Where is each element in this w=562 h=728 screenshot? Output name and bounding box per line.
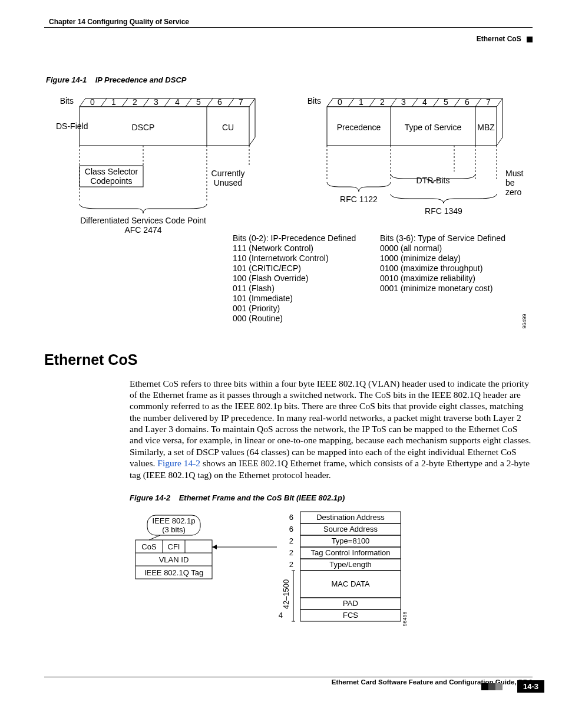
svg-text:7: 7 bbox=[486, 97, 491, 107]
svg-line-1 bbox=[101, 98, 107, 107]
svg-text:Class Selector: Class Selector bbox=[85, 167, 138, 176]
footer-square-icon bbox=[488, 683, 495, 690]
svg-line-39 bbox=[433, 98, 439, 107]
page-number: 14-3 bbox=[517, 680, 544, 693]
svg-text:96496: 96496 bbox=[402, 611, 408, 626]
svg-line-36 bbox=[369, 98, 375, 107]
svg-text:6: 6 bbox=[465, 97, 470, 107]
black-square-icon bbox=[527, 37, 533, 42]
svg-text:MBZ: MBZ bbox=[477, 123, 495, 132]
svg-line-6 bbox=[207, 98, 213, 107]
svg-text:MAC DATA: MAC DATA bbox=[331, 579, 370, 588]
svg-text:2: 2 bbox=[380, 97, 385, 107]
svg-text:DTR-Bits: DTR-Bits bbox=[416, 176, 450, 185]
svg-text:4: 4 bbox=[279, 611, 283, 620]
svg-text:Must: Must bbox=[505, 169, 523, 178]
svg-line-37 bbox=[391, 98, 396, 107]
svg-text:AFC 2474: AFC 2474 bbox=[124, 225, 161, 235]
svg-text:(3 bits): (3 bits) bbox=[162, 525, 186, 534]
footer-guide: Ethernet Card Software Feature and Confi… bbox=[44, 677, 533, 686]
figure1-number: Figure 14-1 bbox=[46, 75, 93, 84]
svg-text:zero: zero bbox=[505, 187, 521, 197]
svg-text:2: 2 bbox=[289, 560, 293, 569]
bits-row-left: 0 1 2 3 4 5 6 7 bbox=[80, 97, 255, 107]
svg-text:DS-Field: DS-Field bbox=[56, 121, 88, 131]
svg-text:6: 6 bbox=[289, 525, 293, 533]
svg-text:96499: 96499 bbox=[521, 314, 527, 328]
svg-text:Unused: Unused bbox=[214, 178, 242, 187]
svg-text:2: 2 bbox=[133, 97, 137, 107]
svg-text:DSCP: DSCP bbox=[132, 123, 155, 132]
svg-text:6: 6 bbox=[289, 513, 293, 522]
svg-text:Bits: Bits bbox=[60, 96, 74, 106]
svg-text:PAD: PAD bbox=[343, 599, 358, 608]
svg-text:0: 0 bbox=[90, 97, 95, 107]
svg-text:42–1500: 42–1500 bbox=[282, 579, 290, 610]
svg-text:Source Address: Source Address bbox=[323, 525, 378, 533]
svg-text:5: 5 bbox=[444, 97, 448, 107]
svg-text:IEEE 802.1Q Tag: IEEE 802.1Q Tag bbox=[144, 568, 203, 577]
figure-link[interactable]: Figure 14-2 bbox=[157, 458, 200, 468]
svg-text:1: 1 bbox=[111, 97, 116, 107]
svg-text:Tag Control Information: Tag Control Information bbox=[310, 548, 390, 557]
svg-text:2: 2 bbox=[289, 536, 293, 545]
svg-text:100 (Flash Override): 100 (Flash Override) bbox=[233, 274, 308, 283]
svg-text:110 (Internetwork Control): 110 (Internetwork Control) bbox=[233, 253, 329, 263]
svg-text:4: 4 bbox=[175, 97, 180, 107]
svg-text:CFI: CFI bbox=[168, 542, 180, 551]
svg-text:1: 1 bbox=[359, 97, 363, 107]
svg-text:0001 (minimize monetary cost): 0001 (minimize monetary cost) bbox=[380, 284, 492, 293]
svg-text:101 (CRITIC/ECP): 101 (CRITIC/ECP) bbox=[233, 263, 301, 273]
svg-text:001 (Priority): 001 (Priority) bbox=[233, 304, 280, 313]
svg-text:Destination Address: Destination Address bbox=[316, 513, 385, 522]
section-label-text: Ethernet CoS bbox=[477, 35, 521, 43]
figure1-diagram: Bits 0 1 2 3 4 5 6 7 bbox=[44, 89, 533, 331]
svg-text:IEEE 802.1p: IEEE 802.1p bbox=[153, 516, 196, 525]
figure2-number: Figure 14-2 bbox=[130, 493, 177, 502]
footer-square-icon bbox=[495, 683, 503, 690]
svg-line-35 bbox=[348, 98, 354, 107]
svg-line-5 bbox=[186, 98, 191, 107]
svg-line-3 bbox=[143, 98, 149, 107]
footer-square-icon bbox=[481, 683, 488, 690]
svg-text:1000 (minimize delay): 1000 (minimize delay) bbox=[380, 253, 461, 263]
svg-text:Codepoints: Codepoints bbox=[91, 176, 133, 186]
svg-marker-99 bbox=[212, 545, 217, 549]
svg-text:2: 2 bbox=[289, 548, 293, 557]
section-heading: Ethernet CoS bbox=[44, 351, 533, 368]
svg-text:CU: CU bbox=[222, 123, 234, 132]
svg-text:0000 (all normal): 0000 (all normal) bbox=[380, 243, 442, 253]
svg-text:000 (Routine): 000 (Routine) bbox=[233, 314, 283, 323]
figure2-diagram: CoS CFI VLAN ID IEEE 802.1Q Tag IEEE 802… bbox=[130, 506, 459, 635]
chapter-heading: Chapter 14 Configuring Quality of Servic… bbox=[44, 18, 533, 28]
para-text-a: Ethernet CoS refers to three bits within… bbox=[130, 378, 531, 469]
svg-text:111 (Network Control): 111 (Network Control) bbox=[233, 243, 313, 253]
svg-text:Bits (0-2): IP-Precedence Defi: Bits (0-2): IP-Precedence Defined bbox=[233, 233, 356, 243]
svg-text:Precedence: Precedence bbox=[337, 123, 381, 132]
figure1-title: IP Precedence and DSCP bbox=[95, 75, 187, 84]
svg-text:Currently: Currently bbox=[211, 169, 245, 178]
svg-text:4: 4 bbox=[422, 97, 427, 107]
figure2-caption: Figure 14-2 Ethernet Frame and the CoS B… bbox=[130, 493, 533, 502]
svg-text:RFC 1122: RFC 1122 bbox=[340, 195, 378, 204]
svg-text:Type/Length: Type/Length bbox=[329, 560, 372, 569]
section-label-top: Ethernet CoS bbox=[44, 35, 533, 43]
svg-text:0: 0 bbox=[338, 97, 342, 107]
svg-text:101 (Immediate): 101 (Immediate) bbox=[233, 294, 293, 303]
svg-text:Type=8100: Type=8100 bbox=[332, 536, 370, 545]
svg-line-19 bbox=[249, 137, 255, 146]
svg-line-38 bbox=[412, 98, 418, 107]
svg-text:Differentiated Services Code P: Differentiated Services Code Point bbox=[80, 216, 206, 225]
svg-line-41 bbox=[475, 98, 481, 107]
svg-text:0010 (maximize reliability): 0010 (maximize reliability) bbox=[380, 274, 475, 283]
svg-text:6: 6 bbox=[217, 97, 222, 107]
svg-text:7: 7 bbox=[239, 97, 243, 107]
svg-text:RFC 1349: RFC 1349 bbox=[425, 206, 462, 216]
figure2-title: Ethernet Frame and the CoS Bit (IEEE 802… bbox=[179, 493, 345, 502]
svg-text:FCS: FCS bbox=[343, 611, 358, 620]
page-footer: Ethernet Card Software Feature and Confi… bbox=[44, 677, 533, 695]
section-paragraph: Ethernet CoS refers to three bits within… bbox=[130, 378, 533, 480]
svg-text:Type of Service: Type of Service bbox=[405, 123, 462, 132]
svg-line-2 bbox=[122, 98, 128, 107]
svg-line-4 bbox=[164, 98, 170, 107]
